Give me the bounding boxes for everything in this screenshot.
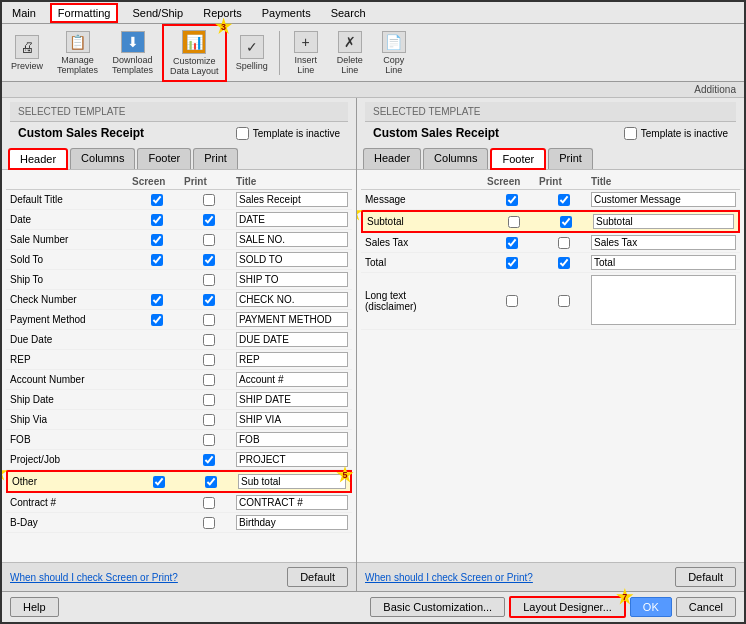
right-row-screen-checkbox[interactable]: [506, 194, 518, 206]
left-row-title-input[interactable]: [236, 312, 348, 327]
menu-search[interactable]: Search: [325, 5, 372, 21]
left-row-screen-checkbox[interactable]: [151, 254, 163, 266]
help-button[interactable]: Help: [10, 597, 59, 617]
layout-designer-button[interactable]: Layout Designer...: [509, 596, 626, 618]
left-row-print-checkbox[interactable]: [203, 434, 215, 446]
left-row-print-checkbox[interactable]: [203, 414, 215, 426]
left-row-title-input[interactable]: [236, 495, 348, 510]
right-row-title-textarea[interactable]: [591, 275, 736, 325]
right-row-screen-checkbox[interactable]: [506, 295, 518, 307]
right-row-print-checkbox[interactable]: [558, 237, 570, 249]
right-row-title-input[interactable]: [591, 192, 736, 207]
right-bottom-bar: When should I check Screen or Print? Def…: [357, 562, 744, 591]
left-row-print-checkbox[interactable]: [205, 476, 217, 488]
left-row-print-checkbox[interactable]: [203, 454, 215, 466]
left-tab-header[interactable]: Header: [8, 148, 68, 170]
right-tabs: Header Columns Footer Print: [357, 144, 744, 170]
left-row-title-input[interactable]: [236, 272, 348, 287]
right-screen-print-link[interactable]: When should I check Screen or Print?: [365, 572, 533, 583]
right-row-title-input[interactable]: [593, 214, 734, 229]
left-inactive-checkbox[interactable]: [236, 127, 249, 140]
left-row-print-checkbox[interactable]: [203, 254, 215, 266]
left-row-print-checkbox[interactable]: [203, 274, 215, 286]
right-table-row: Message: [361, 190, 740, 210]
left-row-title-input[interactable]: [236, 332, 348, 347]
ok-button[interactable]: OK: [630, 597, 672, 617]
left-template-name: Custom Sales Receipt: [10, 124, 152, 142]
left-row-title-input[interactable]: [236, 232, 348, 247]
left-row-print-checkbox[interactable]: [203, 334, 215, 346]
left-row-print-checkbox[interactable]: [203, 234, 215, 246]
cancel-button[interactable]: Cancel: [676, 597, 736, 617]
menu-payments[interactable]: Payments: [256, 5, 317, 21]
main-content: SELECTED TEMPLATE Custom Sales Receipt T…: [2, 98, 744, 591]
right-panel: SELECTED TEMPLATE Custom Sales Receipt T…: [357, 98, 744, 591]
left-row-label: Other: [12, 476, 132, 487]
right-tab-header[interactable]: Header: [363, 148, 421, 169]
left-row-print-checkbox[interactable]: [203, 394, 215, 406]
manage-templates-button[interactable]: 📋 Manage Templates: [52, 28, 103, 78]
left-row-print-checkbox[interactable]: [203, 374, 215, 386]
customize-icon: 📊: [182, 30, 206, 54]
left-row-screen-checkbox[interactable]: [151, 214, 163, 226]
left-inactive-checkbox-label[interactable]: Template is inactive: [228, 125, 348, 142]
left-row-title-input[interactable]: [236, 372, 348, 387]
left-row-title-input[interactable]: [236, 392, 348, 407]
left-row-title-input[interactable]: [236, 292, 348, 307]
right-row-screen-checkbox[interactable]: [506, 237, 518, 249]
copy-line-button[interactable]: 📄 Copy Line: [374, 28, 414, 78]
right-tab-columns[interactable]: Columns: [423, 148, 488, 169]
left-row-title-input[interactable]: [236, 252, 348, 267]
right-row-print-checkbox[interactable]: [558, 257, 570, 269]
right-row-title-input[interactable]: [591, 255, 736, 270]
left-row-print-checkbox[interactable]: [203, 214, 215, 226]
left-row-title-input[interactable]: [236, 352, 348, 367]
left-row-print-checkbox[interactable]: [203, 294, 215, 306]
left-default-button[interactable]: Default: [287, 567, 348, 587]
left-tab-columns[interactable]: Columns: [70, 148, 135, 169]
right-default-button[interactable]: Default: [675, 567, 736, 587]
right-inactive-checkbox-label[interactable]: Template is inactive: [616, 125, 736, 142]
delete-line-button[interactable]: ✗ Delete Line: [330, 28, 370, 78]
right-row-title-input[interactable]: [591, 235, 736, 250]
right-tab-print[interactable]: Print: [548, 148, 593, 169]
left-row-screen-checkbox[interactable]: [153, 476, 165, 488]
download-templates-button[interactable]: ⬇ Download Templates: [107, 28, 158, 78]
right-row-screen-checkbox[interactable]: [508, 216, 520, 228]
left-row-print-checkbox[interactable]: [203, 354, 215, 366]
left-row-title-input[interactable]: [236, 192, 348, 207]
left-row-print-checkbox[interactable]: [203, 517, 215, 529]
left-row-print-checkbox[interactable]: [203, 497, 215, 509]
left-row-screen-checkbox[interactable]: [151, 314, 163, 326]
preview-button[interactable]: 🖨 Preview: [6, 28, 48, 78]
left-row-title-input[interactable]: [236, 212, 348, 227]
left-tab-print[interactable]: Print: [193, 148, 238, 169]
right-tab-footer[interactable]: Footer: [490, 148, 546, 170]
left-row-title-input[interactable]: [238, 474, 346, 489]
left-tab-footer[interactable]: Footer: [137, 148, 191, 169]
spelling-button[interactable]: ✓ Spelling: [231, 28, 273, 78]
left-row-title-input[interactable]: [236, 515, 348, 530]
right-row-print-checkbox[interactable]: [560, 216, 572, 228]
menu-main[interactable]: Main: [6, 5, 42, 21]
right-row-print-checkbox[interactable]: [558, 194, 570, 206]
right-row-print-checkbox[interactable]: [558, 295, 570, 307]
left-row-title-input[interactable]: [236, 432, 348, 447]
menu-sendship[interactable]: Send/Ship: [126, 5, 189, 21]
left-row-print-checkbox[interactable]: [203, 314, 215, 326]
insert-line-button[interactable]: + Insert Line: [286, 28, 326, 78]
basic-customization-button[interactable]: Basic Customization...: [370, 597, 505, 617]
customize-data-layout-button[interactable]: 📊 Customize Data Layout: [166, 28, 223, 78]
menu-formatting[interactable]: Formatting: [50, 3, 119, 23]
menu-reports[interactable]: Reports: [197, 5, 248, 21]
left-row-screen-checkbox[interactable]: [151, 194, 163, 206]
right-row-screen-checkbox[interactable]: [506, 257, 518, 269]
left-row-screen-checkbox[interactable]: [151, 294, 163, 306]
left-row-print-checkbox[interactable]: [203, 194, 215, 206]
right-inactive-checkbox[interactable]: [624, 127, 637, 140]
left-table-header: Screen Print Title: [6, 174, 352, 190]
left-row-screen-checkbox[interactable]: [151, 234, 163, 246]
left-screen-print-link[interactable]: When should I check Screen or Print?: [10, 572, 178, 583]
left-row-title-input[interactable]: [236, 412, 348, 427]
left-row-title-input[interactable]: [236, 452, 348, 467]
